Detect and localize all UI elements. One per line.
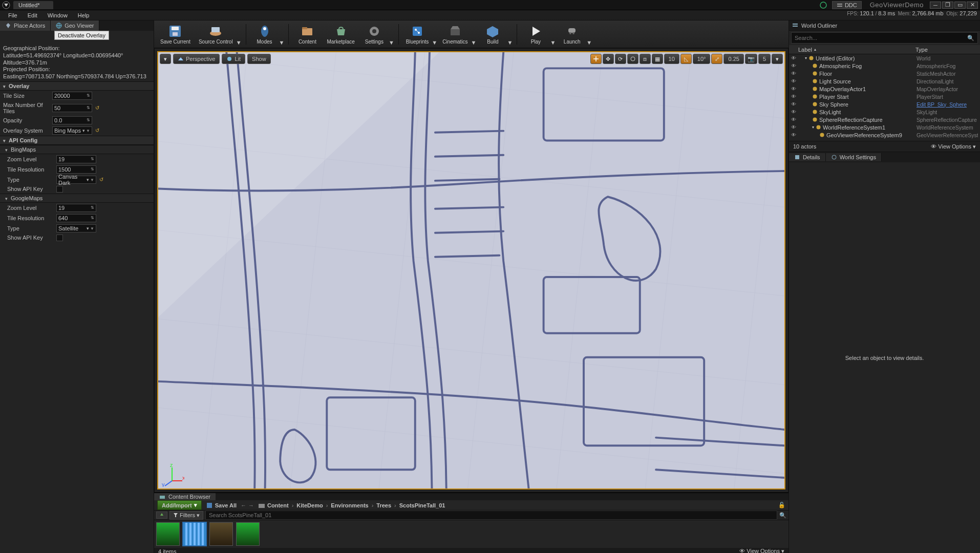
- outliner-view-options[interactable]: 👁 View Options ▾: [931, 143, 976, 150]
- crumb-env[interactable]: Environments: [331, 502, 368, 508]
- dropdown-arrow-icon[interactable]: ▼: [471, 39, 477, 46]
- rotation-snap-value[interactable]: 10°: [693, 54, 711, 64]
- outliner-search-input[interactable]: [792, 35, 964, 41]
- asset-thumbnail[interactable]: [236, 522, 260, 546]
- tab-geo-viewer[interactable]: Geo Viewer: [51, 20, 99, 31]
- visibility-toggle[interactable]: 👁: [791, 101, 798, 107]
- cinematics-button[interactable]: Cinematics: [439, 23, 471, 46]
- tile-size-input[interactable]: 20000⇅: [52, 92, 92, 100]
- outliner-row[interactable]: 👁GeoViewerReferenceSystem9GeoViewerRefer…: [789, 131, 980, 139]
- dropdown-arrow-icon[interactable]: ▼: [550, 39, 556, 46]
- add-import-button[interactable]: Add/Import ▾: [157, 500, 202, 510]
- lit-button[interactable]: Lit: [222, 54, 245, 64]
- menu-window[interactable]: Window: [42, 11, 73, 19]
- modes-button[interactable]: Modes: [250, 23, 279, 46]
- menu-file[interactable]: File: [3, 11, 23, 19]
- outliner-list[interactable]: 👁▾Untitled (Editor)World👁Atmospheric Fog…: [789, 54, 980, 139]
- google-zoom-input[interactable]: 19⇅: [56, 204, 96, 212]
- outliner-row[interactable]: 👁MapOverlayActor1MapOverlayActor: [789, 85, 980, 93]
- build-button[interactable]: Build: [478, 23, 507, 46]
- marketplace-button[interactable]: Marketplace: [324, 23, 357, 46]
- visibility-toggle[interactable]: 👁: [791, 86, 798, 92]
- outliner-row[interactable]: 👁▾Untitled (Editor)World: [789, 54, 980, 62]
- menu-help[interactable]: Help: [73, 11, 95, 19]
- grid-snap-value[interactable]: 10: [664, 54, 679, 64]
- visibility-toggle[interactable]: 👁: [791, 109, 798, 115]
- ddc-button[interactable]: DDC: [832, 1, 862, 9]
- asset-thumbnail[interactable]: [183, 522, 206, 546]
- google-tileres-input[interactable]: 640⇅: [56, 214, 96, 222]
- rotate-button[interactable]: ⟳: [615, 54, 626, 64]
- tab-world-settings[interactable]: World Settings: [826, 153, 882, 161]
- opacity-input[interactable]: 0.0⇅: [52, 116, 92, 124]
- window-maximize-button[interactable]: ▭: [954, 2, 966, 9]
- reset-icon[interactable]: ↺: [94, 105, 100, 111]
- level-viewport[interactable]: ▾ Perspective Lit Show ✥ ⟳ ⧈ ▦ 10 ◺ 10° …: [154, 48, 789, 493]
- save-current-button[interactable]: Save Current: [157, 23, 194, 46]
- col-type[interactable]: Type: [915, 47, 977, 53]
- visibility-toggle[interactable]: 👁: [791, 117, 798, 122]
- outliner-row[interactable]: 👁Sky SphereEdit BP_Sky_Sphere: [789, 100, 980, 108]
- outliner-search[interactable]: 🔍: [791, 32, 978, 44]
- bing-tileres-input[interactable]: 1500⇅: [56, 165, 96, 174]
- outliner-row[interactable]: 👁SkyLightSkyLight: [789, 108, 980, 116]
- dropdown-arrow-icon[interactable]: ▼: [432, 39, 437, 46]
- scale-button[interactable]: [627, 54, 638, 64]
- outliner-row[interactable]: 👁▾WorldReferenceSystem1WorldReferenceSys…: [789, 123, 980, 131]
- sources-toggle[interactable]: [156, 512, 167, 519]
- dropdown-arrow-icon[interactable]: ▼: [586, 39, 592, 46]
- visibility-toggle[interactable]: 👁: [791, 63, 798, 69]
- outliner-item-type[interactable]: Edit BP_Sky_Sphere: [917, 101, 978, 108]
- camera-speed-value[interactable]: 5: [758, 54, 771, 64]
- visibility-toggle[interactable]: 👁: [791, 132, 798, 138]
- surface-snap-button[interactable]: ⧈: [640, 54, 651, 64]
- section-bingmaps[interactable]: BingMaps: [0, 145, 154, 154]
- settings-button[interactable]: Settings: [360, 23, 389, 46]
- viewport-options-button[interactable]: ▾: [160, 54, 171, 64]
- show-button[interactable]: Show: [247, 54, 271, 64]
- content-button[interactable]: Content: [293, 23, 322, 46]
- nav-back-button[interactable]: ←: [241, 502, 246, 508]
- asset-thumbnail[interactable]: [156, 522, 180, 546]
- bing-type-dropdown[interactable]: Canvas Dark▼: [56, 176, 96, 184]
- maximize-viewport-button[interactable]: ▾: [772, 54, 783, 64]
- outliner-row[interactable]: 👁FloorStaticMeshActor: [789, 70, 980, 77]
- tab-place-actors[interactable]: Place Actors: [0, 20, 51, 31]
- visibility-toggle[interactable]: 👁: [791, 55, 798, 61]
- translate-button[interactable]: ✥: [603, 54, 614, 64]
- section-overlay[interactable]: Overlay: [0, 81, 154, 91]
- section-googlemaps[interactable]: GoogleMaps: [0, 194, 154, 203]
- blueprints-button[interactable]: Blueprints: [403, 23, 432, 46]
- save-all-button[interactable]: Save All: [206, 502, 237, 509]
- asset-thumbnail[interactable]: [209, 522, 233, 546]
- menu-edit[interactable]: Edit: [23, 11, 42, 19]
- dropdown-arrow-icon[interactable]: ▼: [279, 39, 285, 46]
- outliner-row[interactable]: 👁Player StartPlayerStart: [789, 93, 980, 100]
- google-showapi-checkbox[interactable]: [56, 235, 63, 241]
- search-icon[interactable]: 🔍: [779, 512, 786, 519]
- select-mode-button[interactable]: [590, 54, 602, 64]
- reset-icon[interactable]: ↺: [94, 127, 100, 134]
- window-minimize-button[interactable]: ─: [930, 2, 941, 9]
- tab-details[interactable]: Details: [789, 153, 826, 161]
- scale-snap-button[interactable]: ⤢: [711, 54, 722, 64]
- expand-icon[interactable]: ▾: [812, 125, 814, 130]
- section-api-config[interactable]: API Config: [0, 136, 154, 145]
- visibility-toggle[interactable]: 👁: [791, 124, 798, 130]
- outliner-row[interactable]: 👁SphereReflectionCaptureSphereReflection…: [789, 116, 980, 123]
- camera-speed-button[interactable]: 📷: [745, 54, 757, 64]
- tab-content-browser[interactable]: Content Browser: [154, 493, 216, 500]
- cb-search-input[interactable]: [205, 511, 777, 520]
- scale-snap-value[interactable]: 0.25: [723, 54, 743, 64]
- nav-fwd-button[interactable]: →: [248, 502, 254, 508]
- outliner-row[interactable]: 👁Atmospheric FogAtmosphericFog: [789, 62, 980, 70]
- document-tab[interactable]: Untitled*: [13, 1, 53, 9]
- bing-zoom-input[interactable]: 19⇅: [56, 155, 96, 163]
- crumb-kitedemo[interactable]: KiteDemo: [296, 502, 323, 508]
- reset-icon[interactable]: ↺: [98, 177, 104, 183]
- perspective-button[interactable]: Perspective: [173, 54, 220, 64]
- dropdown-arrow-icon[interactable]: ▼: [236, 39, 242, 46]
- overlay-system-dropdown[interactable]: Bing Maps▼: [52, 126, 92, 135]
- visibility-toggle[interactable]: 👁: [791, 94, 798, 99]
- col-label[interactable]: Label▴: [792, 47, 915, 53]
